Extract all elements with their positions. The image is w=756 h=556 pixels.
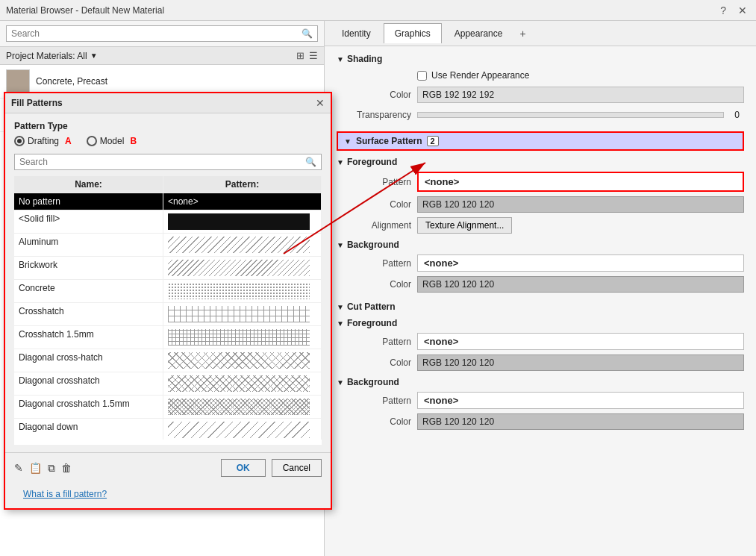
shading-transparency-row: Transparency 0	[337, 107, 744, 122]
cancel-button[interactable]: Cancel	[272, 459, 322, 477]
cut-fg-label: Foreground	[347, 318, 397, 328]
cut-bg-pattern-row: Pattern <none>	[337, 392, 744, 409]
material-thumbnail	[6, 69, 30, 93]
table-row[interactable]: Aluminum	[14, 234, 322, 257]
cut-fg-header[interactable]: ▼ Foreground	[337, 318, 744, 328]
cut-pattern-section: ▼ Cut Pattern ▼ Foreground Pattern <none…	[337, 302, 744, 430]
delete-pattern-button[interactable]: 🗑	[61, 462, 72, 475]
list-view-button[interactable]: ☰	[309, 50, 318, 61]
title-bar-controls: ? ✕	[717, 4, 750, 16]
surface-fg-collapse: ▼	[337, 158, 344, 166]
texture-alignment-button[interactable]: Texture Alignment...	[417, 217, 512, 234]
dialog-close-button[interactable]: ✕	[316, 97, 325, 109]
grid-view-button[interactable]: ⊞	[296, 50, 304, 61]
dialog-bottom: ✎ 📋 ⧉ 🗑 OK Cancel	[5, 452, 331, 483]
table-row[interactable]: No pattern<none>	[14, 193, 322, 210]
tab-graphics[interactable]: Graphics	[384, 23, 442, 43]
col-pattern-header: Pattern:	[163, 176, 322, 193]
cut-pattern-header[interactable]: ▼ Cut Pattern	[337, 302, 744, 312]
project-materials-text: Project Materials: All	[6, 51, 87, 61]
table-row[interactable]: Concrete	[14, 280, 322, 303]
surface-fg-pattern-value[interactable]: <none>	[417, 172, 744, 192]
cut-fg-pattern-label: Pattern	[337, 337, 411, 347]
pattern-table: Name: Pattern: No pattern<none><Solid fi…	[14, 176, 322, 445]
edit-pattern-button[interactable]: ✎	[14, 462, 23, 475]
surface-bg-pattern-label: Pattern	[337, 258, 411, 269]
dialog-search-input[interactable]	[19, 157, 305, 167]
cut-fg-color-value[interactable]: RGB 120 120 120	[417, 354, 744, 371]
surface-bg-color-label: Color	[337, 279, 411, 290]
help-button[interactable]: ?	[717, 4, 729, 16]
cut-fg-color-label: Color	[337, 357, 411, 368]
table-row[interactable]: Diagonal crosshatch	[14, 372, 322, 396]
table-row[interactable]: <Solid fill>	[14, 210, 322, 234]
surface-pattern-badge: 2	[427, 136, 439, 146]
tab-add-button[interactable]: +	[515, 26, 530, 41]
project-materials-label[interactable]: Project Materials: All ▼	[6, 51, 98, 61]
model-label: Model	[100, 136, 125, 146]
cut-bg-header[interactable]: ▼ Background	[337, 377, 744, 387]
table-row[interactable]: Diagonal down	[14, 419, 322, 440]
transparency-slider[interactable]	[417, 112, 724, 118]
copy-pattern-button[interactable]: ⧉	[48, 462, 55, 475]
surface-fg-label: Foreground	[347, 157, 397, 167]
model-radio-circle[interactable]	[87, 136, 97, 146]
surface-fg-color-value[interactable]: RGB 120 120 120	[417, 196, 744, 213]
surface-bg-color-value[interactable]: RGB 120 120 120	[417, 276, 744, 293]
project-materials-bar: Project Materials: All ▼ ⊞ ☰	[0, 46, 324, 65]
pattern-preview-cell	[163, 234, 322, 256]
table-row[interactable]: Crosshatch	[14, 303, 322, 326]
surface-pattern-header[interactable]: ▼ Surface Pattern 2	[337, 131, 744, 151]
dialog-icons: ✎ 📋 ⧉ 🗑	[14, 462, 221, 475]
pattern-preview-cell	[163, 280, 322, 302]
shading-section-header[interactable]: ▼ Shading	[337, 54, 744, 64]
pattern-name-cell: Brickwork	[14, 257, 163, 279]
surface-bg-label: Background	[347, 240, 399, 250]
surface-bg-pattern-row: Pattern <none>	[337, 254, 744, 272]
cut-bg-pattern-value[interactable]: <none>	[417, 392, 744, 409]
new-pattern-button[interactable]: 📋	[29, 462, 42, 475]
surface-fg-alignment-label: Alignment	[337, 220, 411, 231]
close-button[interactable]: ✕	[735, 4, 750, 16]
surface-fg-alignment-row: Alignment Texture Alignment...	[337, 217, 744, 234]
tab-appearance[interactable]: Appearance	[443, 23, 514, 43]
pm-icons: ⊞ ☰	[296, 50, 318, 61]
table-header-row: Name: Pattern:	[14, 176, 322, 193]
surface-bg-pattern-value[interactable]: <none>	[417, 254, 744, 272]
table-row[interactable]: Diagonal cross-hatch	[14, 349, 322, 372]
transparency-value: 0	[730, 107, 744, 122]
drafting-radio-circle[interactable]	[14, 136, 25, 146]
fill-pattern-help-link[interactable]: What is a fill pattern?	[14, 486, 116, 502]
shading-section: ▼ Shading Use Render Appearance Color RG…	[337, 54, 744, 122]
search-input[interactable]	[11, 28, 302, 39]
cut-bg-collapse: ▼	[337, 378, 344, 387]
table-row[interactable]: Brickwork	[14, 257, 322, 280]
cut-fg-pattern-value[interactable]: <none>	[417, 333, 744, 350]
ok-button[interactable]: OK	[221, 459, 266, 477]
dialog-actions: OK Cancel	[221, 459, 322, 477]
pattern-preview-cell: <none>	[163, 193, 322, 210]
pattern-preview-cell	[163, 303, 322, 325]
surface-bg-header[interactable]: ▼ Background	[337, 240, 744, 250]
search-bar: 🔍	[6, 25, 318, 42]
use-render-checkbox[interactable]	[417, 71, 427, 81]
dropdown-arrow-icon: ▼	[90, 51, 98, 60]
radio-drafting[interactable]: Drafting A	[14, 136, 72, 146]
drafting-label: Drafting	[28, 136, 59, 146]
surface-fg-header[interactable]: ▼ Foreground	[337, 157, 744, 167]
shading-color-value[interactable]: RGB 192 192 192	[417, 87, 744, 103]
surface-pattern-label: Surface Pattern	[356, 136, 422, 146]
cut-bg-color-value[interactable]: RGB 120 120 120	[417, 413, 744, 430]
pattern-list: No pattern<none><Solid fill>AluminumBric…	[14, 193, 322, 440]
main-layout: 🔍 Project Materials: All ▼ ⊞ ☰ Concrete,…	[0, 21, 756, 556]
cut-collapse-arrow: ▼	[337, 303, 344, 311]
left-panel: 🔍 Project Materials: All ▼ ⊞ ☰ Concrete,…	[0, 21, 325, 556]
window-title: Material Browser - Default New Material	[6, 5, 164, 16]
radio-model[interactable]: Model B	[87, 136, 137, 146]
table-row[interactable]: Diagonal crosshatch 1.5mm	[14, 396, 322, 419]
pattern-name-cell: Aluminum	[14, 234, 163, 256]
pattern-name-cell: Crosshatch 1.5mm	[14, 326, 163, 349]
dialog-body: Pattern Type Drafting A Model B	[5, 113, 331, 452]
tab-identity[interactable]: Identity	[331, 23, 382, 43]
table-row[interactable]: Crosshatch 1.5mm	[14, 326, 322, 349]
